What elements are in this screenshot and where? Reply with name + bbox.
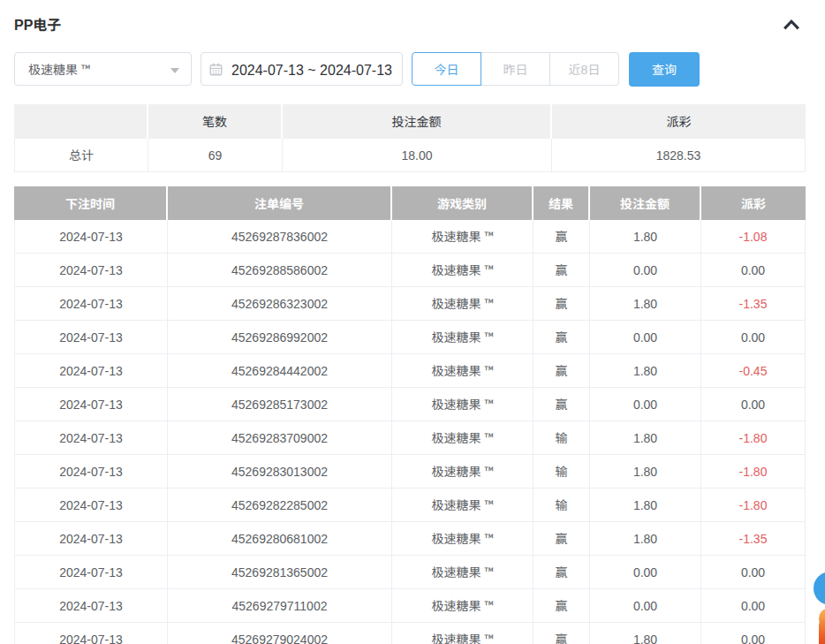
cell-order-id: 45269279024002 [168,623,392,644]
table-row: 2024-07-13 45269283013002 极速糖果 ™ 输 1.80 … [14,455,811,489]
promo-banner-icon [819,618,825,644]
table-row: 2024-07-13 45269286992002 极速糖果 ™ 赢 0.00 … [14,321,811,354]
cell-payout: -0.45 [701,354,806,388]
bet-table-body: 2024-07-13 45269287836002 极速糖果 ™ 赢 1.80 … [14,220,811,644]
cell-payout: -1.35 [701,287,806,321]
game-select-value: 极速糖果 ™ [28,60,90,78]
cell-bet-time: 2024-07-13 [14,489,168,522]
cell-game-type: 极速糖果 ™ [392,623,534,644]
cell-bet-time: 2024-07-13 [14,220,168,254]
cell-order-id: 45269286992002 [168,321,392,354]
chevron-up-icon [783,19,800,30]
cell-bet-amount: 1.80 [590,455,701,489]
game-select[interactable]: 极速糖果 ™ [14,52,192,86]
cell-result: 赢 [534,388,590,421]
table-row: 2024-07-13 45269279711002 极速糖果 ™ 赢 0.00 … [14,589,811,623]
cell-order-id: 45269284442002 [168,354,392,388]
bet-header-time: 下注时间 [14,186,168,220]
summary-total-label: 总计 [14,139,148,172]
last-8-days-button[interactable]: 近8日 [549,52,619,86]
cell-bet-amount: 1.80 [590,421,701,455]
cell-result: 输 [534,421,590,455]
cell-bet-amount: 1.80 [590,489,701,522]
cell-order-id: 45269286323002 [168,287,392,321]
page-title: PP电子 [14,17,61,32]
cell-order-id: 45269280681002 [168,522,392,556]
bet-table-header-row: 下注时间 注单编号 游戏类别 结果 投注金额 派彩 [14,186,811,220]
cell-bet-time: 2024-07-13 [14,287,168,321]
summary-total-bet-amount: 18.00 [283,139,552,172]
bet-records-table: 下注时间 注单编号 游戏类别 结果 投注金额 派彩 2024-07-13 452… [14,186,811,644]
summary-header-payout: 派彩 [552,104,806,139]
bet-header-bet-amount: 投注金额 [590,186,701,220]
date-range-value: 2024-07-13 ~ 2024-07-13 [231,58,392,80]
cell-payout: 0.00 [701,556,806,589]
cell-payout: 0.00 [701,589,806,623]
collapse-button[interactable] [783,19,800,31]
cell-bet-time: 2024-07-13 [14,556,168,589]
cell-payout: 0.00 [701,388,806,421]
cell-order-id: 45269283013002 [168,455,392,489]
cell-bet-amount: 1.80 [590,522,701,556]
table-row: 2024-07-13 45269281365002 极速糖果 ™ 赢 0.00 … [14,556,811,589]
cell-bet-time: 2024-07-13 [14,623,168,644]
table-row: 2024-07-13 45269285173002 极速糖果 ™ 赢 0.00 … [14,388,811,421]
query-button[interactable]: 查询 [629,52,700,87]
cell-bet-time: 2024-07-13 [14,455,168,489]
cell-game-type: 极速糖果 ™ [392,556,534,589]
cell-game-type: 极速糖果 ™ [392,287,534,321]
cell-game-type: 极速糖果 ™ [392,455,534,489]
cell-game-type: 极速糖果 ™ [392,489,534,522]
cell-order-id: 45269287836002 [168,220,392,254]
cell-bet-amount: 1.80 [590,354,701,388]
cell-result: 输 [534,455,590,489]
cell-result: 赢 [534,321,590,354]
cell-game-type: 极速糖果 ™ [392,388,534,421]
cell-order-id: 45269282285002 [168,489,392,522]
summary-total-row: 总计 69 18.00 1828.53 [14,139,811,172]
cell-payout: 0.00 [701,254,806,287]
cell-bet-amount: 1.80 [590,220,701,254]
table-row: 2024-07-13 45269284442002 极速糖果 ™ 赢 1.80 … [14,354,811,388]
summary-header-row: 笔数 投注金额 派彩 [14,104,811,139]
cell-bet-time: 2024-07-13 [14,254,168,287]
panel-header: PP电子 [14,0,811,32]
cell-result: 赢 [534,522,590,556]
summary-total-count: 69 [148,139,283,172]
cell-bet-amount: 0.00 [590,388,701,421]
cell-result: 赢 [534,254,590,287]
cell-bet-amount: 0.00 [590,556,701,589]
cell-game-type: 极速糖果 ™ [392,254,534,287]
filter-toolbar: 极速糖果 ™ 2024-07-13 ~ 2024-07-13 今日 昨日 近8日 [14,52,811,86]
cell-payout: -1.08 [701,220,806,254]
yesterday-button[interactable]: 昨日 [481,52,550,86]
cell-bet-amount: 0.00 [590,589,701,623]
cell-game-type: 极速糖果 ™ [392,220,534,254]
cell-bet-amount: 1.80 [590,287,701,321]
summary-total-payout: 1828.53 [552,139,806,172]
summary-header-blank [14,104,148,139]
today-button[interactable]: 今日 [412,52,481,86]
cell-payout: 0.00 [701,623,806,644]
table-row: 2024-07-13 45269279024002 极速糖果 ™ 赢 1.80 … [14,623,811,644]
cell-bet-time: 2024-07-13 [14,354,168,388]
promo-button[interactable] [818,607,825,644]
table-row: 2024-07-13 45269287836002 极速糖果 ™ 赢 1.80 … [14,220,811,254]
bet-header-result: 结果 [534,186,590,220]
cell-payout: -1.80 [701,421,806,455]
date-range-input[interactable]: 2024-07-13 ~ 2024-07-13 [201,52,403,86]
bet-header-order-id: 注单编号 [168,186,392,220]
cell-bet-amount: 1.80 [590,623,701,644]
cell-payout: -1.80 [701,455,806,489]
chevron-down-icon [170,68,179,73]
table-row: 2024-07-13 45269286323002 极速糖果 ™ 赢 1.80 … [14,287,811,321]
bet-header-game-type: 游戏类别 [392,186,534,220]
cell-order-id: 45269288586002 [168,254,392,287]
summary-header-count: 笔数 [148,104,283,139]
calendar-icon [209,63,223,76]
cell-bet-amount: 0.00 [590,254,701,287]
cell-game-type: 极速糖果 ™ [392,589,534,623]
cell-result: 赢 [534,623,590,644]
pp-electronic-panel: PP电子 极速糖果 ™ 2024-07-13 [0,0,825,644]
cell-result: 赢 [534,589,590,623]
